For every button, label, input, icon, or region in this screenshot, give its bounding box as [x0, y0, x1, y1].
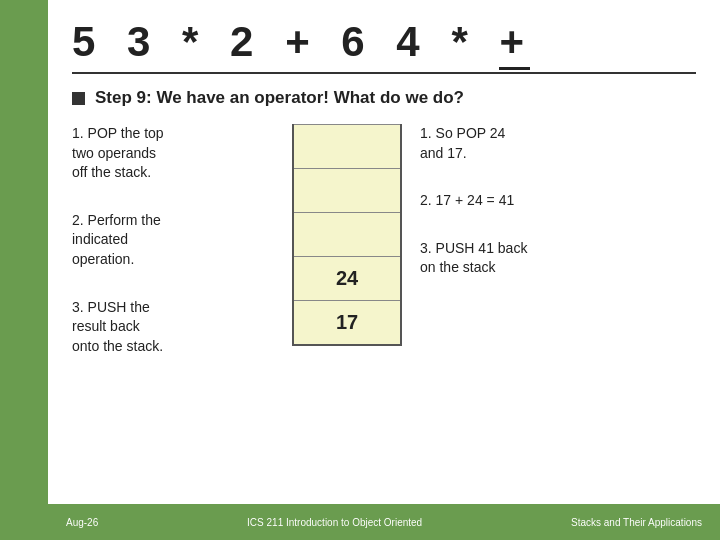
expr-space4 — [263, 18, 281, 66]
expr-space8 — [478, 18, 496, 66]
result-2: 2. 17 + 24 = 41 — [420, 191, 696, 211]
expr-plus2-underlined: + — [499, 18, 530, 66]
stack-cell-1 — [294, 168, 400, 212]
stack-cell-2 — [294, 212, 400, 256]
step-1-num: 1. — [72, 125, 88, 141]
main-content: 5 3 * 2 + 6 4 * + Step 9: We have an ope… — [48, 0, 720, 504]
result-1: 1. So POP 24and 17. — [420, 124, 696, 163]
stack-visual: 24 17 — [292, 124, 402, 346]
result-3: 3. PUSH 41 backon the stack — [420, 239, 696, 278]
stack-column: 24 17 — [292, 124, 402, 346]
results-column: 1. So POP 24and 17. 2. 17 + 24 = 41 3. P… — [420, 124, 696, 278]
step-heading: Step 9: We have an operator! What do we … — [72, 88, 696, 108]
expr-space2 — [160, 18, 178, 66]
expr-2: 2 — [230, 18, 259, 66]
footer-center: ICS 211 Introduction to Object Oriented — [247, 517, 422, 528]
step-3: 3. PUSH theresult backonto the stack. — [72, 298, 282, 357]
expr-5: 5 — [72, 18, 101, 66]
footer: Aug-26 ICS 211 Introduction to Object Or… — [48, 504, 720, 540]
step-2-num: 2. — [72, 212, 88, 228]
left-accent-bar — [0, 0, 48, 540]
stack-cell-3: 24 — [294, 256, 400, 300]
expr-3: 3 — [127, 18, 156, 66]
result-2-num: 2. — [420, 192, 436, 208]
expr-space5 — [320, 18, 338, 66]
steps-column: 1. POP the toptwo operandsoff the stack.… — [72, 124, 282, 356]
expression: 5 3 * 2 + 6 4 * + — [72, 18, 696, 66]
footer-left: Aug-26 — [66, 517, 98, 528]
step-3-num: 3. — [72, 299, 88, 315]
step-2: 2. Perform theindicatedoperation. — [72, 211, 282, 270]
stack-cell-0 — [294, 124, 400, 168]
result-3-text: PUSH 41 backon the stack — [420, 240, 527, 276]
stack-cell-4: 17 — [294, 300, 400, 344]
step-heading-text: Step 9: We have an operator! What do we … — [95, 88, 464, 108]
expr-plus1: + — [285, 18, 316, 66]
expr-star1: * — [182, 18, 204, 66]
expr-space3 — [208, 18, 226, 66]
expr-6: 6 — [341, 18, 370, 66]
body-row: 1. POP the toptwo operandsoff the stack.… — [72, 124, 696, 356]
step-1: 1. POP the toptwo operandsoff the stack. — [72, 124, 282, 183]
expr-4: 4 — [396, 18, 425, 66]
result-3-num: 3. — [420, 240, 436, 256]
bullet-icon — [72, 92, 85, 105]
footer-right: Stacks and Their Applications — [571, 517, 702, 528]
expr-star2: * — [451, 18, 473, 66]
expr-space6 — [375, 18, 393, 66]
expr-space1 — [105, 18, 123, 66]
result-1-num: 1. — [420, 125, 436, 141]
result-2-text: 17 + 24 = 41 — [436, 192, 515, 208]
divider — [72, 72, 696, 74]
bottom-bar: Aug-26 ICS 211 Introduction to Object Or… — [0, 504, 720, 540]
expr-space7 — [430, 18, 448, 66]
